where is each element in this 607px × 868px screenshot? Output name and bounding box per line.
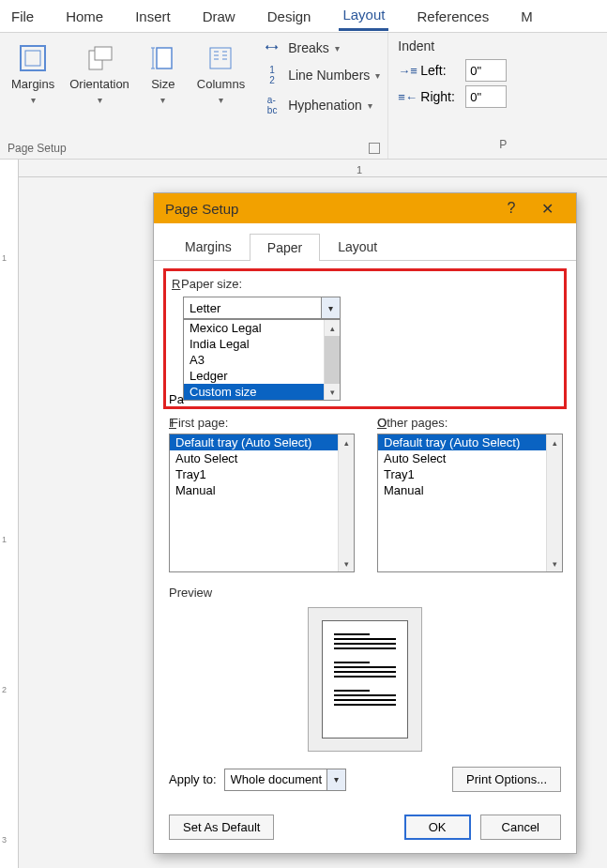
line-numbers-icon: 12	[262, 65, 282, 85]
help-button[interactable]: ?	[493, 200, 529, 217]
tray-option[interactable]: Auto Select	[378, 450, 562, 466]
paper-size-dropdown-button[interactable]: ▾	[321, 297, 340, 318]
apply-to-label: Apply to:	[169, 772, 217, 786]
columns-button[interactable]: Columns ▾	[193, 38, 249, 117]
orientation-button[interactable]: Orientation ▾	[66, 38, 133, 117]
tab-paper[interactable]: Paper	[250, 234, 320, 261]
scroll-down-icon[interactable]: ▾	[339, 556, 354, 571]
paper-size-input[interactable]	[183, 297, 341, 319]
other-pages-listbox[interactable]: Default tray (Auto Select) Auto Select T…	[377, 434, 563, 572]
chevron-down-icon: ▾	[335, 43, 340, 53]
scroll-up-icon[interactable]: ▴	[339, 434, 354, 450]
page-setup-launcher[interactable]	[369, 143, 380, 154]
tab-insert[interactable]: Insert	[131, 3, 175, 30]
scroll-down-icon[interactable]: ▾	[547, 556, 562, 571]
chevron-down-icon: ▾	[160, 95, 165, 105]
indent-right-input[interactable]	[465, 85, 507, 108]
tray-option[interactable]: Manual	[378, 482, 562, 498]
chevron-down-icon: ▾	[368, 100, 372, 111]
apply-to-dropdown-button[interactable]: ▾	[326, 769, 345, 790]
tab-layout-dlg[interactable]: Layout	[320, 233, 395, 260]
scroll-track[interactable]	[325, 336, 340, 384]
dialog-titlebar[interactable]: Page Setup ? ✕	[154, 193, 576, 223]
ok-button[interactable]: OK	[404, 815, 471, 840]
svg-rect-3	[95, 47, 112, 60]
indent-left-icon: →≡	[398, 64, 415, 78]
print-options-button[interactable]: Print Options...	[452, 767, 561, 792]
line-numbers-label: Line Numbers	[288, 68, 370, 83]
chevron-down-icon: ▾	[375, 70, 380, 81]
tray-option-selected[interactable]: Default tray (Auto Select)	[170, 434, 354, 450]
tab-more[interactable]: M	[517, 3, 537, 30]
set-as-default-button[interactable]: Set As Default	[169, 815, 274, 840]
dialog-tabs: Margins Paper Layout	[154, 223, 576, 261]
columns-icon	[205, 42, 236, 74]
tab-layout[interactable]: Layout	[339, 1, 388, 31]
orientation-label: Orientation	[69, 78, 129, 91]
paper-option[interactable]: Ledger	[184, 368, 340, 384]
hyphenation-button[interactable]: a-bc Hyphenation ▾	[262, 93, 380, 117]
scroll-up-icon[interactable]: ▴	[325, 320, 340, 336]
svg-rect-4	[157, 48, 172, 69]
ribbon-content: Margins ▾ Orientation ▾ Size ▾	[0, 33, 607, 160]
page-setup-group-label: Page Setup	[8, 142, 67, 155]
preview-box	[308, 607, 422, 752]
tray-option[interactable]: Manual	[170, 482, 354, 498]
svg-rect-8	[210, 48, 231, 69]
indent-title: Indent	[398, 38, 507, 53]
tray-option[interactable]: Tray1	[378, 466, 562, 482]
ruler-mark: 1	[357, 164, 362, 175]
chevron-down-icon: ▾	[98, 95, 102, 105]
first-page-label: FFirst page:	[169, 416, 355, 430]
paper-option[interactable]: India Legal	[184, 336, 340, 352]
paper-option-selected[interactable]: Custom size	[184, 384, 340, 400]
line-numbers-button[interactable]: 12 Line Numbers ▾	[262, 63, 380, 87]
breaks-button[interactable]: ⭤ Breaks ▾	[262, 38, 380, 57]
close-button[interactable]: ✕	[529, 200, 565, 218]
tray-option[interactable]: Tray1	[170, 466, 354, 482]
chevron-down-icon: ▾	[219, 95, 223, 105]
breaks-icon: ⭤	[262, 40, 282, 55]
indent-group: Indent →≡ Left: ≡← Right: P	[388, 33, 516, 159]
indent-left-input[interactable]	[465, 59, 507, 82]
paper-option[interactable]: Mexico Legal	[184, 320, 340, 336]
tab-home[interactable]: Home	[62, 3, 107, 30]
paper-option[interactable]: A3	[184, 352, 340, 368]
hyphenation-label: Hyphenation	[288, 98, 362, 113]
chevron-down-icon: ▾	[31, 95, 36, 105]
dropdown-scrollbar[interactable]: ▴ ▾	[324, 320, 340, 400]
margins-button[interactable]: Margins ▾	[8, 38, 58, 117]
scroll-down-icon[interactable]: ▾	[325, 384, 340, 400]
indent-right-icon: ≡←	[398, 90, 415, 104]
apply-to-combo[interactable]: ▾	[224, 769, 346, 791]
first-page-listbox[interactable]: Default tray (Auto Select) Auto Select T…	[169, 434, 355, 572]
listbox-scrollbar[interactable]: ▴ ▾	[546, 434, 562, 571]
page-setup-dialog: Page Setup ? ✕ Margins Paper Layout R Pa…	[153, 192, 577, 854]
ribbon-tabs: File Home Insert Draw Design Layout Refe…	[0, 0, 607, 33]
tab-margins[interactable]: Margins	[167, 233, 250, 260]
tab-file[interactable]: File	[8, 3, 38, 30]
listbox-scrollbar[interactable]: ▴ ▾	[338, 434, 354, 571]
paragraph-group-label-partial: P	[499, 138, 507, 151]
hyphenation-icon: a-bc	[262, 95, 282, 115]
paper-size-label: R Paper size:	[172, 277, 558, 291]
scroll-up-icon[interactable]: ▴	[547, 434, 562, 450]
highlight-annotation: R Paper size: ▾ Mexico Legal India Legal…	[163, 268, 567, 409]
size-button[interactable]: Size ▾	[141, 38, 186, 117]
dialog-title: Page Setup	[165, 201, 238, 217]
tray-option-selected[interactable]: Default tray (Auto Select)	[378, 434, 562, 450]
preview-label: Preview	[169, 586, 561, 600]
tab-design[interactable]: Design	[264, 3, 315, 30]
other-pages-label: OOther pages:	[377, 416, 563, 430]
tab-references[interactable]: References	[413, 3, 493, 30]
size-icon	[147, 42, 179, 74]
hruler-line	[19, 176, 607, 177]
tray-option[interactable]: Auto Select	[170, 450, 354, 466]
paper-size-dropdown-list[interactable]: Mexico Legal India Legal A3 Ledger Custo…	[183, 319, 341, 401]
margins-icon	[17, 42, 49, 74]
breaks-label: Breaks	[288, 40, 329, 55]
orientation-icon	[83, 42, 115, 74]
cancel-button[interactable]: Cancel	[480, 815, 561, 840]
tab-draw[interactable]: Draw	[199, 3, 239, 30]
paper-size-combo[interactable]: ▾	[183, 297, 341, 319]
